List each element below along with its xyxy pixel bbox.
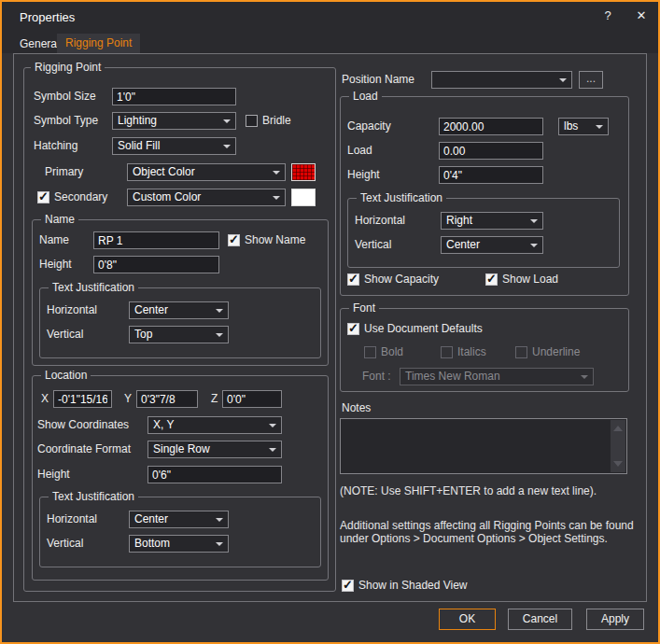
show-name-label: Show Name [245,231,305,249]
chevron-down-icon [216,518,223,522]
apply-button[interactable]: Apply [586,609,644,630]
use-document-defaults-checkbox[interactable] [347,323,359,335]
show-name-checkbox[interactable] [228,234,240,246]
notes-label: Notes [342,399,371,417]
window-title: Properties [20,10,75,24]
name-vertical-value: Top [134,328,152,341]
notes-hint: (NOTE: Use SHIFT+ENTER to add a new text… [340,484,639,497]
name-group-label: Name [41,213,78,226]
load-text-justification-group [347,198,620,268]
location-height-label: Height [37,466,70,483]
load-horizontal-label: Horizontal [355,212,405,230]
chevron-down-icon [269,424,276,427]
chevron-down-icon [223,145,231,148]
underline-checkbox[interactable] [515,346,527,358]
location-height-input[interactable] [147,466,282,483]
notes-textarea[interactable] [340,418,627,474]
bold-checkbox[interactable] [364,346,376,358]
z-label: Z [211,390,218,408]
bold-label: Bold [381,343,403,361]
additional-settings-text: Additional settings affecting all Riggin… [340,519,650,545]
name-input[interactable] [93,231,219,249]
position-name-browse-button[interactable]: ... [579,71,603,89]
hatching-value: Solid Fill [118,139,160,152]
name-horizontal-dropdown[interactable]: Center [129,301,229,319]
units-dropdown[interactable]: lbs [558,118,609,135]
symbol-type-value: Lighting [118,114,157,127]
location-text-justification-group [39,497,321,567]
cancel-button[interactable]: Cancel [508,609,572,630]
use-document-defaults-label: Use Document Defaults [364,320,483,338]
tab-rigging-point[interactable]: Rigging Point [57,34,140,53]
primary-color-swatch[interactable] [291,163,316,181]
primary-color-dropdown[interactable]: Object Color [127,163,286,181]
load-height-label: Height [347,166,380,184]
show-load-checkbox[interactable] [485,273,498,286]
secondary-color-swatch[interactable] [291,189,316,206]
rigging-point-group-label: Rigging Point [31,61,105,74]
name-text-justification-label: Text Justification [49,281,138,294]
load-input[interactable] [439,142,543,160]
name-height-input[interactable] [93,256,219,273]
chevron-down-icon [559,78,567,82]
location-group-label: Location [41,369,91,382]
y-input[interactable] [136,390,198,408]
italics-label: Italics [457,343,486,361]
font-value: Times New Roman [405,370,500,383]
load-height-input[interactable] [439,166,543,184]
chevron-down-icon [581,375,588,379]
notes-scrollbar[interactable] [611,420,625,472]
ok-button[interactable]: OK [439,609,496,630]
chevron-down-icon [216,309,223,313]
show-coordinates-value: X, Y [153,418,174,431]
name-vertical-label: Vertical [47,326,83,343]
load-horizontal-dropdown[interactable]: Right [441,212,543,230]
x-input[interactable] [53,390,112,408]
load-vertical-dropdown[interactable]: Center [441,236,543,254]
scroll-up-icon[interactable] [613,426,623,431]
location-horizontal-value: Center [134,512,168,525]
capacity-label: Capacity [347,118,391,135]
z-input[interactable] [222,390,282,408]
secondary-checkbox[interactable] [37,191,49,203]
italics-checkbox[interactable] [441,346,453,358]
location-vertical-value: Bottom [134,537,170,550]
name-vertical-dropdown[interactable]: Top [129,326,229,343]
name-text-justification-group [39,287,321,358]
location-horizontal-dropdown[interactable]: Center [129,511,229,528]
bridle-checkbox[interactable] [246,115,258,127]
capacity-input[interactable] [439,118,543,135]
show-capacity-label: Show Capacity [364,271,439,288]
show-in-shaded-view-checkbox[interactable] [342,580,354,592]
symbol-size-input[interactable] [112,88,236,105]
load-label: Load [347,142,372,160]
load-horizontal-value: Right [446,214,472,227]
symbol-size-label: Symbol Size [34,88,96,105]
coordinate-format-dropdown[interactable]: Single Row [147,441,282,458]
name-height-label: Height [39,256,72,273]
coordinate-format-label: Coordinate Format [37,441,131,458]
secondary-color-dropdown[interactable]: Custom Color [127,189,286,206]
coordinate-format-value: Single Row [153,442,210,455]
font-dropdown[interactable]: Times New Roman [400,368,594,385]
secondary-color-value: Custom Color [133,190,201,203]
load-text-justification-label: Text Justification [357,191,446,204]
name-label: Name [39,231,69,249]
secondary-label: Secondary [54,189,107,206]
units-value: lbs [564,119,578,133]
show-coordinates-dropdown[interactable]: X, Y [147,416,282,434]
help-icon[interactable]: ? [598,7,617,24]
hatching-dropdown[interactable]: Solid Fill [112,137,236,155]
location-vertical-dropdown[interactable]: Bottom [129,535,229,553]
y-label: Y [124,390,132,408]
close-icon[interactable]: ✕ [632,7,651,24]
show-capacity-checkbox[interactable] [347,273,359,286]
show-in-shaded-view-label: Show in Shaded View [358,577,468,595]
scroll-down-icon[interactable] [613,461,623,467]
name-horizontal-label: Horizontal [47,301,97,319]
symbol-type-dropdown[interactable]: Lighting [112,112,236,130]
primary-color-value: Object Color [133,165,195,178]
chevron-down-icon [530,244,538,247]
chevron-down-icon [273,171,280,175]
position-name-dropdown[interactable] [431,71,572,89]
